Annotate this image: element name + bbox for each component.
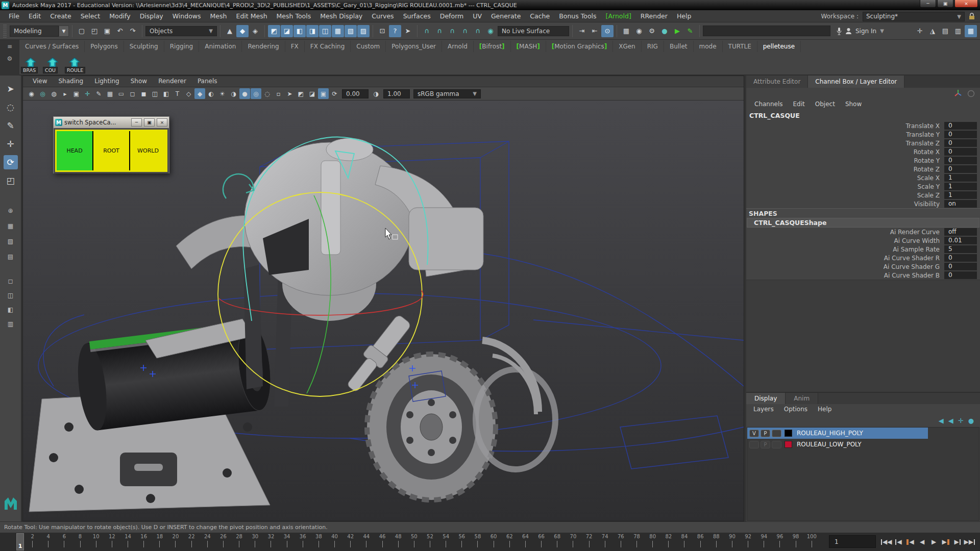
modeling-toolkit-icon[interactable]: ✛ xyxy=(914,25,926,37)
menu-item[interactable]: Create xyxy=(45,11,76,21)
step-forward-key-button[interactable]: ▶ xyxy=(941,536,951,548)
camera-attributes-icon[interactable]: ◍ xyxy=(48,88,59,99)
use-all-lights-icon[interactable]: ☀ xyxy=(217,88,228,99)
root-space-button[interactable]: ROOT xyxy=(93,131,130,170)
mask-surfaces-icon[interactable]: ◨ xyxy=(306,25,318,37)
shelf-gear-icon[interactable]: ⚙ xyxy=(7,55,13,62)
minimize-button[interactable]: ─ xyxy=(131,118,142,127)
layer-editor-menu-item[interactable]: Help xyxy=(813,404,837,414)
mask-handles-icon[interactable]: ◩ xyxy=(268,25,280,37)
channel-box-menu-item[interactable]: Show xyxy=(840,99,867,110)
scale-tool-icon[interactable]: ◰ xyxy=(4,173,18,188)
layer-row-rouleau-high-poly[interactable]: V P ROULEAU_HIGH_POLY xyxy=(747,428,979,439)
mask-dynamics-icon[interactable]: ▦ xyxy=(332,25,344,37)
tool-settings-toggle-icon[interactable]: ▥ xyxy=(952,25,964,37)
channel-value-field[interactable]: 1 xyxy=(944,183,977,190)
select-object-icon[interactable]: ◆ xyxy=(236,25,249,37)
menu-item[interactable]: Bonus Tools xyxy=(554,11,601,21)
highlight-selection-icon[interactable]: ? xyxy=(389,25,401,37)
channel-value-field[interactable]: 0 xyxy=(944,165,977,173)
sign-in-control[interactable]: Sign In ▼ xyxy=(831,27,889,35)
minimize-button[interactable]: ─ xyxy=(920,0,936,8)
ao-icon[interactable]: ● xyxy=(239,88,250,99)
head-space-button[interactable]: HEAD xyxy=(57,131,93,170)
single-pane-layout-icon[interactable]: ◻ xyxy=(5,276,16,287)
shelf-tab[interactable]: RIG xyxy=(642,41,664,52)
menu-item[interactable]: Curves xyxy=(367,11,398,21)
exposure-field[interactable]: 0.00 xyxy=(342,89,369,98)
shelf-button[interactable]: COU xyxy=(42,53,63,74)
render-settings-icon[interactable]: ⚙ xyxy=(646,25,658,37)
channel-box-menu-item[interactable]: Channels xyxy=(749,99,788,110)
shelf-tab[interactable]: Custom xyxy=(351,41,386,52)
menu-item[interactable]: Display xyxy=(135,11,168,21)
live-surface-field[interactable]: No Live Surface xyxy=(498,26,569,36)
menu-item[interactable]: Edit Mesh xyxy=(231,11,272,21)
channel-value-field[interactable]: 0 xyxy=(944,148,977,156)
layer-visibility-toggle[interactable]: V xyxy=(749,430,759,437)
snap-projected-center-icon[interactable]: ∩ xyxy=(459,25,471,37)
rigging-pointer-icon[interactable]: ➤ xyxy=(402,25,414,37)
command-search-input[interactable] xyxy=(703,26,830,36)
shelf-tab-toggle-icon[interactable]: ≡ xyxy=(7,43,12,50)
show-manip-icon[interactable]: ▧ xyxy=(5,236,16,247)
mask-curves-icon[interactable]: ◧ xyxy=(293,25,306,37)
plugin-shapes-icon[interactable]: ▫ xyxy=(273,88,284,99)
lock-selection-icon[interactable]: ⊡ xyxy=(376,25,388,37)
channel-label[interactable]: Translate X xyxy=(746,122,944,130)
layer-editor-menu-item[interactable]: Options xyxy=(779,404,813,414)
channel-value-field[interactable]: 1 xyxy=(944,174,977,182)
channel-label[interactable]: Translate Y xyxy=(746,131,944,138)
menu-item[interactable]: Windows xyxy=(168,11,206,21)
menu-item[interactable]: Select xyxy=(76,11,105,21)
menu-item[interactable]: Modify xyxy=(105,11,135,21)
sidebar-tab[interactable]: Attribute Editor xyxy=(746,76,808,88)
snap-point-icon[interactable]: ∩ xyxy=(446,25,458,37)
hypershade-icon[interactable]: ● xyxy=(658,25,671,37)
menu-item[interactable]: UV xyxy=(468,11,486,21)
2d-pan-zoom-icon[interactable]: ✛ xyxy=(82,88,93,99)
arnold-render-icon[interactable]: ▶ xyxy=(671,25,683,37)
paint-select-tool-icon[interactable]: ✎ xyxy=(4,118,18,133)
sidebar-tab[interactable]: Channel Box / Layer Editor xyxy=(808,76,904,88)
menu-item[interactable]: [Arnold] xyxy=(601,11,636,21)
layer-editor-menu-item[interactable]: Layers xyxy=(748,404,779,414)
channel-value-field[interactable]: on xyxy=(944,200,977,208)
layer-name[interactable]: ROULEAU_LOW_POLY xyxy=(795,441,862,448)
layer-editor-tab[interactable]: Display xyxy=(746,393,786,404)
save-scene-icon[interactable]: ▣ xyxy=(101,25,113,37)
menu-item[interactable]: Surfaces xyxy=(399,11,435,21)
close-button[interactable]: × xyxy=(954,0,978,8)
contrast-icon[interactable]: ◑ xyxy=(371,88,381,99)
panel-menu-item[interactable]: Shading xyxy=(53,76,89,87)
image-plane-icon[interactable]: ▣ xyxy=(71,88,82,99)
shelf-button[interactable]: ROULE xyxy=(64,53,85,74)
microphone-icon[interactable] xyxy=(837,27,842,35)
maximize-button[interactable]: ▣ xyxy=(144,118,155,127)
attribute-editor-toggle-icon[interactable]: ▤ xyxy=(939,25,951,37)
panel-menu-item[interactable]: View xyxy=(27,76,53,87)
shelf-tab[interactable]: Animation xyxy=(199,41,242,52)
humanik-icon[interactable]: ◮ xyxy=(926,25,939,37)
channel-label[interactable]: Ai Render Curve xyxy=(746,229,944,236)
film-gate-icon[interactable]: ▭ xyxy=(116,88,127,99)
shelf-tab[interactable]: FX Caching xyxy=(305,41,351,52)
field-chart-icon[interactable]: ◫ xyxy=(150,88,160,99)
shelf-tab[interactable]: Polygons xyxy=(85,41,124,52)
selection-preset-dropdown[interactable]: Objects ▼ xyxy=(145,26,217,36)
world-space-button[interactable]: WORLD xyxy=(130,131,166,170)
shelf-tab[interactable]: pelleteuse xyxy=(757,41,801,52)
safe-title-icon[interactable]: T xyxy=(172,88,183,99)
shelf-tab[interactable]: Rendering xyxy=(242,41,285,52)
space-switcher-window[interactable]: M switch SpaceCa... ─ ▣ × HEAD ROOT WORL… xyxy=(53,116,169,173)
select-tool-icon[interactable]: ➤ xyxy=(4,82,18,96)
universal-manipulator-icon[interactable]: ⊕ xyxy=(5,205,16,216)
shelf-tab[interactable]: FX xyxy=(285,41,305,52)
lock-camera-icon[interactable]: ◎ xyxy=(37,88,48,99)
mask-rendering-icon[interactable]: ▧ xyxy=(345,25,357,37)
shelf-tab[interactable]: Polygons_User xyxy=(386,41,442,52)
view-transform-dropdown[interactable]: sRGB gamma ▼ xyxy=(413,89,481,98)
mask-joints-icon[interactable]: ◪ xyxy=(281,25,293,37)
shelf-tab[interactable]: Sculpting xyxy=(124,41,164,52)
step-forward-frame-button[interactable]: ▶ xyxy=(952,536,963,548)
